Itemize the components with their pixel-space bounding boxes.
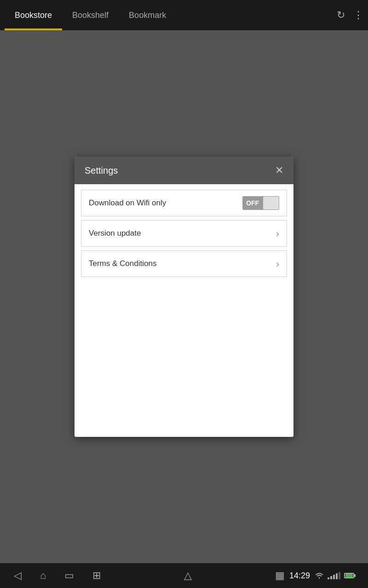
back-button[interactable]: ◁ xyxy=(14,570,22,582)
battery-fill xyxy=(345,574,353,577)
terms-conditions-right: › xyxy=(276,259,279,269)
bottom-nav-center: △ xyxy=(184,570,192,582)
qr-button[interactable]: ⊞ xyxy=(92,570,101,582)
toggle-knob xyxy=(263,197,279,209)
bottom-navigation-bar: ◁ ⌂ ▭ ⊞ △ ▦ 14:29 xyxy=(0,563,368,588)
up-icon: △ xyxy=(184,570,192,582)
version-update-row[interactable]: Version update › xyxy=(81,220,287,247)
dialog-title: Settings xyxy=(85,165,118,176)
download-wifi-label: Download on Wifi only xyxy=(89,198,166,208)
refresh-button[interactable]: ↻ xyxy=(337,9,345,21)
version-update-label: Version update xyxy=(89,229,141,238)
terms-conditions-label: Terms & Conditions xyxy=(89,259,156,268)
dialog-close-button[interactable]: ✕ xyxy=(275,165,283,175)
tab-bar: Bookstore Bookshelf Bookmark xyxy=(5,0,337,30)
status-bar: ▦ 14:29 xyxy=(275,570,354,582)
wifi-toggle[interactable]: OFF xyxy=(242,196,279,210)
dialog-overlay: Settings ✕ Download on Wifi only OFF Ver… xyxy=(0,30,368,563)
chevron-right-icon: › xyxy=(276,228,279,239)
signal-bar-5 xyxy=(339,572,340,579)
toggle-state-label: OFF xyxy=(242,199,263,207)
bottom-nav-left: ◁ ⌂ ▭ ⊞ xyxy=(14,570,101,582)
close-icon: ✕ xyxy=(275,164,283,176)
recents-button[interactable]: ▭ xyxy=(64,570,74,582)
download-wifi-row[interactable]: Download on Wifi only OFF xyxy=(81,190,287,216)
tab-bookmark[interactable]: Bookmark xyxy=(119,0,176,30)
signal-bar-4 xyxy=(336,573,338,579)
version-update-right: › xyxy=(276,228,279,239)
chevron-right-icon: › xyxy=(276,259,279,269)
toggle-container: OFF xyxy=(242,196,279,210)
home-button[interactable]: ⌂ xyxy=(40,570,46,582)
tab-bookstore[interactable]: Bookstore xyxy=(5,0,62,30)
tab-bookshelf[interactable]: Bookshelf xyxy=(62,0,119,30)
battery-indicator xyxy=(344,573,354,578)
dialog-body: Download on Wifi only OFF Version update… xyxy=(75,184,293,437)
signal-bar-3 xyxy=(333,575,335,579)
signal-bar-2 xyxy=(330,576,332,579)
wifi-icon xyxy=(315,572,324,579)
signal-bar-1 xyxy=(328,577,329,579)
refresh-icon: ↻ xyxy=(337,9,345,21)
terms-conditions-row[interactable]: Terms & Conditions › xyxy=(81,250,287,277)
time-display: 14:29 xyxy=(289,571,310,581)
signal-bars xyxy=(328,572,340,579)
gallery-icon: ▦ xyxy=(275,570,285,582)
dialog-header: Settings ✕ xyxy=(75,157,293,184)
more-options-icon: ⋮ xyxy=(353,9,363,21)
top-bar-actions: ↻ ⋮ xyxy=(337,9,363,21)
top-navigation-bar: Bookstore Bookshelf Bookmark ↻ ⋮ xyxy=(0,0,368,30)
settings-dialog: Settings ✕ Download on Wifi only OFF Ver… xyxy=(75,157,293,437)
more-options-button[interactable]: ⋮ xyxy=(353,9,363,21)
status-icons xyxy=(315,572,354,579)
